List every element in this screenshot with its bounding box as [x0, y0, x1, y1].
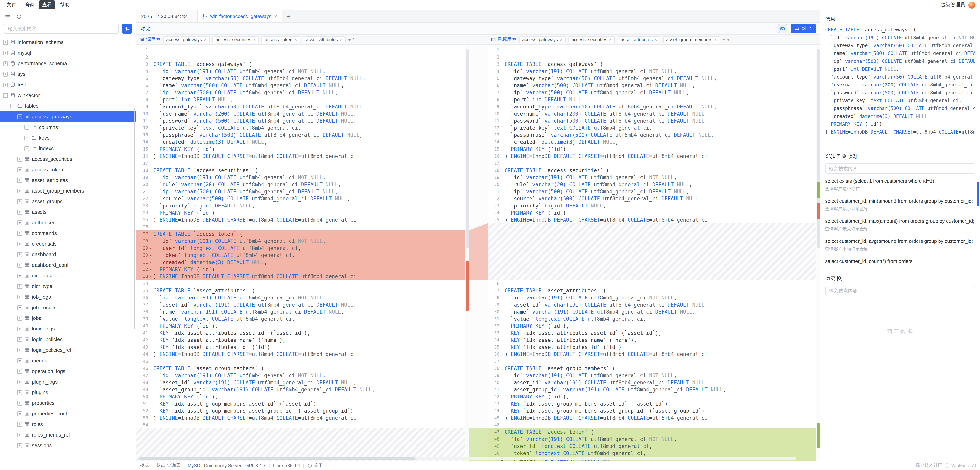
expander-icon[interactable]: + — [17, 167, 22, 172]
tree-item-properties_conf[interactable]: +properties_conf — [0, 408, 136, 419]
horizontal-scrollbar[interactable] — [139, 457, 796, 460]
code-line[interactable]: 29 `asset_id` varchar(191) COLLATE utf8m… — [488, 301, 816, 308]
close-icon[interactable]: × — [560, 37, 563, 42]
code-line[interactable]: 13 `passphrase` varchar(500) COLLATE utf… — [488, 131, 816, 138]
code-line[interactable]: 7 `ip` varchar(500) COLLATE utf8mb4_gene… — [137, 89, 465, 96]
code-line[interactable]: 17 — [488, 160, 816, 167]
code-line[interactable]: 49+ `user_id` longtext COLLATE utf8mb4_g… — [488, 443, 816, 449]
close-icon[interactable]: × — [340, 37, 342, 42]
expander-icon[interactable]: + — [17, 263, 22, 267]
code-line[interactable]: 4 `id` varchar(191) COLLATE utf8mb4_gene… — [137, 68, 465, 75]
tree-item-jobs[interactable]: +jobs — [0, 313, 136, 324]
tree-item-information_schema[interactable]: +information_schema — [0, 37, 136, 48]
tree-item-login_policies_ref[interactable]: +login_policies_ref — [0, 345, 136, 355]
code-line[interactable]: 42 PRIMARY KEY (`id`), — [488, 393, 816, 400]
expander-icon[interactable]: + — [17, 337, 22, 342]
pane-tab-access_token[interactable]: access_token× — [262, 36, 300, 43]
expander-icon[interactable]: + — [3, 40, 8, 44]
tree-item-sys[interactable]: +sys — [0, 69, 136, 79]
expander-icon[interactable]: + — [17, 422, 22, 427]
expander-icon[interactable]: + — [17, 231, 22, 236]
tree-item-login_logs[interactable]: +login_logs — [0, 324, 136, 334]
tree-item-test[interactable]: +test — [0, 79, 136, 90]
code-line[interactable]: 33 KEY `idx_asset_attributes_asset_id` (… — [488, 329, 816, 337]
expander-icon[interactable]: + — [24, 135, 29, 140]
panel-scrollbar[interactable] — [977, 181, 979, 206]
tree-item-mysql[interactable]: +mysql — [0, 48, 136, 58]
code-line[interactable]: 2 — [137, 54, 465, 60]
close-icon[interactable]: × — [654, 37, 657, 42]
code-line[interactable]: 27-CREATE TABLE `access_token` ( — [137, 230, 465, 237]
code-line[interactable]: 27CREATE TABLE `asset_attributes` ( — [488, 287, 816, 294]
code-line[interactable]: 43 KEY `idx_asset_attributes_id` (`id`) — [137, 343, 465, 351]
editor-tab-1[interactable]: 2025-12-30 08:34:42× — [137, 10, 197, 22]
expander-icon[interactable]: + — [17, 284, 22, 289]
tree-item-dict_data[interactable]: +dict_data — [0, 270, 136, 281]
sql-command-item[interactable]: select customer_id, count(*) from orders — [825, 258, 975, 265]
code-line[interactable]: 48 `asset_id` varchar(191) COLLATE utf8m… — [137, 379, 465, 386]
tree-item-dict_type[interactable]: +dict_type — [0, 281, 136, 292]
menu-item-view[interactable]: 查看 — [38, 0, 56, 10]
code-line[interactable]: 36) ENGINE=InnoDB DEFAULT CHARSET=utf8mb… — [488, 351, 816, 357]
expander-icon[interactable]: + — [24, 125, 29, 130]
tree-item-win-factor[interactable]: −win-factor — [0, 90, 136, 101]
code-line[interactable]: 32- PRIMARY KEY (`id`) — [137, 266, 465, 273]
code-line[interactable]: 6 `name` varchar(500) COLLATE utf8mb4_ge… — [488, 82, 816, 89]
code-line[interactable]: 5 `gateway_type` varchar(50) COLLATE utf… — [488, 75, 816, 82]
expander-icon[interactable]: + — [17, 358, 22, 363]
target-editor[interactable]: 123CREATE TABLE `access_gateways` (4 `id… — [488, 45, 820, 460]
code-line[interactable]: 16) ENGINE=InnoDB DEFAULT CHARSET=utf8mb… — [488, 152, 816, 160]
menu-item-help[interactable]: 帮助 — [56, 0, 73, 10]
code-line[interactable]: 7 `ip` varchar(500) COLLATE utf8mb4_gene… — [488, 89, 816, 96]
code-line[interactable]: 16) ENGINE=InnoDB DEFAULT CHARSET=utf8mb… — [137, 152, 465, 160]
code-line[interactable]: 9 `account_type` varchar(50) COLLATE utf… — [137, 103, 465, 110]
expander-icon[interactable]: + — [24, 146, 29, 151]
code-line[interactable]: 38CREATE TABLE `asset_group_members` ( — [488, 365, 816, 372]
code-line[interactable]: 8 `port` int DEFAULT NULL, — [488, 96, 816, 103]
code-line[interactable]: 22 `source` varchar(500) COLLATE utf8mb4… — [488, 195, 816, 202]
pane-tab-access_gateways[interactable]: access_gateways× — [519, 36, 565, 43]
code-line[interactable]: 19 `id` varchar(191) COLLATE utf8mb4_gen… — [488, 174, 816, 181]
list-icon[interactable] — [5, 14, 11, 19]
tree-item-access_token[interactable]: +access_token — [0, 164, 136, 175]
expander-icon[interactable]: + — [17, 316, 22, 321]
code-line[interactable]: 4 `id` varchar(191) COLLATE utf8mb4_gene… — [488, 68, 816, 75]
tree-item-operation_logs[interactable]: +operation_logs — [0, 366, 136, 376]
code-line[interactable]: 12 `private_key` text COLLATE utf8mb4_ge… — [137, 124, 465, 131]
code-line[interactable]: 54 — [137, 421, 465, 428]
code-line[interactable]: 44) ENGINE=InnoDB DEFAULT CHARSET=utf8mb… — [137, 351, 465, 357]
code-line[interactable]: 9 `account_type` varchar(50) COLLATE utf… — [488, 103, 816, 110]
code-line[interactable]: 40 `asset_id` varchar(191) COLLATE utf8m… — [488, 379, 816, 386]
tree-item-keys[interactable]: +keys — [0, 132, 136, 143]
code-line[interactable]: 24 PRIMARY KEY (`id`) — [488, 209, 816, 216]
tree-item-asset_attributes[interactable]: +asset_attributes — [0, 175, 136, 186]
tree-item-roles[interactable]: +roles — [0, 419, 136, 430]
expander-icon[interactable]: + — [17, 199, 22, 204]
code-line[interactable]: 28 `id` varchar(191) COLLATE utf8mb4_gen… — [488, 294, 816, 301]
expander-icon[interactable]: + — [17, 305, 22, 310]
code-line[interactable]: 46CREATE TABLE `asset_group_members` ( — [137, 365, 465, 372]
tree-item-sessions[interactable]: +sessions — [0, 440, 136, 451]
tree-item-roles_menus_ref[interactable]: +roles_menus_ref — [0, 430, 136, 440]
pane-tab-access_gateways[interactable]: access_gateways× — [163, 36, 210, 43]
close-icon[interactable]: × — [609, 37, 612, 42]
code-line[interactable]: 13 `passphrase` varchar(500) COLLATE utf… — [137, 131, 465, 138]
tree-item-job_results[interactable]: +job_results — [0, 302, 136, 313]
code-line[interactable]: 22 `source` varchar(500) COLLATE utf8mb4… — [137, 195, 465, 202]
tree-item-dashboard_conf[interactable]: +dashboard_conf — [0, 260, 136, 270]
code-line[interactable]: 25) ENGINE=InnoDB DEFAULT CHARSET=utf8mb… — [488, 216, 816, 223]
expander-icon[interactable]: + — [17, 157, 22, 161]
sql-command-item[interactable]: select customer_id, max(amount) from ord… — [825, 218, 975, 232]
code-line[interactable]: 51 KEY `idx_asset_group_members_asset_id… — [137, 400, 465, 407]
tree-item-properties[interactable]: +properties — [0, 398, 136, 408]
code-line[interactable]: 14 `created` datetime(3) DEFAULT NULL, — [137, 138, 465, 145]
new-tab-button[interactable]: + — [282, 10, 294, 22]
tree-item-access_gateways[interactable]: −access_gateways — [0, 111, 136, 122]
avatar[interactable] — [968, 2, 975, 8]
close-icon[interactable]: × — [274, 13, 277, 19]
code-line[interactable]: 24 PRIMARY KEY (`id`) — [137, 209, 465, 216]
code-line[interactable]: 1 — [488, 46, 816, 54]
code-line[interactable]: 39 `id` varchar(191) COLLATE utf8mb4_gen… — [488, 372, 816, 379]
code-line[interactable]: 49 `asset_group_id` varchar(191) COLLATE… — [137, 386, 465, 393]
collapse-button[interactable] — [122, 24, 132, 34]
